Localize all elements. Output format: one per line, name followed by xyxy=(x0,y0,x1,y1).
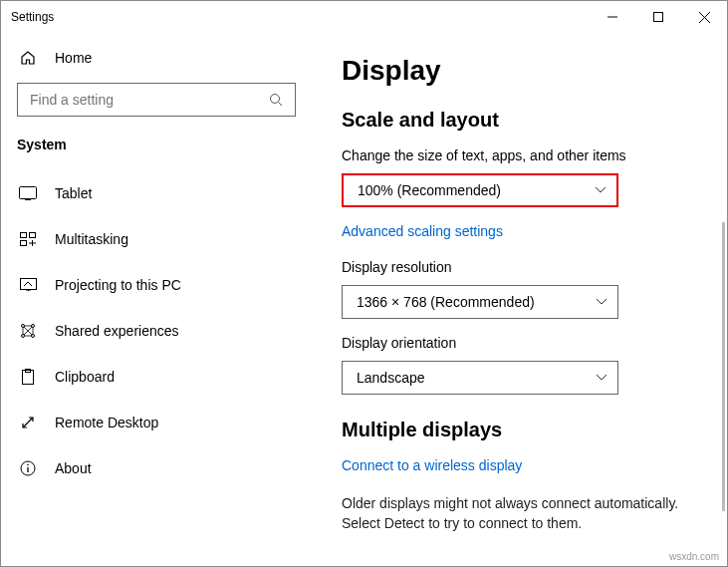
window-title: Settings xyxy=(11,10,54,24)
sidebar-item-clipboard[interactable]: Clipboard xyxy=(1,354,312,400)
sidebar-item-label: Multitasking xyxy=(55,231,128,247)
close-icon xyxy=(699,12,710,23)
sidebar-item-tablet[interactable]: Tablet xyxy=(1,170,312,216)
section-multi-title: Multiple displays xyxy=(342,419,687,441)
clipboard-icon xyxy=(19,368,37,386)
resolution-value: 1366 × 768 (Recommended) xyxy=(357,294,535,310)
svg-point-4 xyxy=(271,95,280,104)
category-label: System xyxy=(1,129,312,170)
projecting-icon xyxy=(19,276,37,294)
chevron-down-icon xyxy=(595,186,607,194)
scale-label: Change the size of text, apps, and other… xyxy=(342,147,687,163)
window-controls xyxy=(590,1,727,33)
orientation-dropdown[interactable]: Landscape xyxy=(342,361,618,395)
maximize-button[interactable] xyxy=(635,1,681,33)
wireless-display-link[interactable]: Connect to a wireless display xyxy=(342,457,687,473)
chevron-down-icon xyxy=(596,298,607,306)
scale-dropdown[interactable]: 100% (Recommended) xyxy=(342,173,618,207)
section-scale-title: Scale and layout xyxy=(342,109,687,132)
sidebar-item-label: About xyxy=(55,460,92,476)
chevron-down-icon xyxy=(596,374,607,382)
home-label: Home xyxy=(55,50,92,66)
sidebar-item-label: Remote Desktop xyxy=(55,415,158,430)
svg-rect-8 xyxy=(21,233,27,238)
about-icon xyxy=(19,459,37,477)
titlebar: Settings xyxy=(1,1,727,33)
tablet-icon xyxy=(19,184,37,202)
sidebar-item-remote[interactable]: Remote Desktop xyxy=(1,400,312,445)
sidebar-item-projecting[interactable]: Projecting to this PC xyxy=(1,262,312,308)
orientation-value: Landscape xyxy=(357,370,425,386)
search-box[interactable] xyxy=(17,83,296,117)
sidebar: Home System Tablet xyxy=(1,33,312,566)
scrollbar[interactable] xyxy=(722,222,725,511)
sidebar-item-about[interactable]: About xyxy=(1,445,312,491)
shared-icon xyxy=(19,322,37,340)
svg-rect-10 xyxy=(21,241,27,246)
sidebar-item-multitasking[interactable]: Multitasking xyxy=(1,216,312,262)
page-title: Display xyxy=(342,55,687,87)
multitasking-icon xyxy=(19,230,37,248)
search-icon xyxy=(267,91,285,109)
home-icon xyxy=(19,49,37,67)
svg-rect-13 xyxy=(20,279,36,290)
home-nav[interactable]: Home xyxy=(1,39,312,77)
scale-value: 100% (Recommended) xyxy=(358,182,501,198)
minimize-icon xyxy=(607,12,617,22)
sidebar-item-label: Projecting to this PC xyxy=(55,277,181,293)
advanced-scaling-link[interactable]: Advanced scaling settings xyxy=(342,223,687,239)
older-displays-text: Older displays might not always connect … xyxy=(342,493,687,534)
maximize-icon xyxy=(653,12,663,22)
resolution-dropdown[interactable]: 1366 × 768 (Recommended) xyxy=(342,285,618,319)
svg-rect-7 xyxy=(25,199,31,200)
sidebar-item-label: Clipboard xyxy=(55,369,115,385)
svg-rect-9 xyxy=(30,233,36,238)
minimize-button[interactable] xyxy=(590,1,635,33)
orientation-label: Display orientation xyxy=(342,335,687,351)
sidebar-item-shared[interactable]: Shared experiences xyxy=(1,308,312,354)
sidebar-item-label: Tablet xyxy=(55,185,92,201)
search-input[interactable] xyxy=(28,91,267,109)
svg-rect-1 xyxy=(654,13,663,22)
nav-list: Tablet Multitasking Projecting to this P… xyxy=(1,170,312,491)
window-body: Home System Tablet xyxy=(1,33,727,566)
svg-line-5 xyxy=(279,103,283,107)
watermark: wsxdn.com xyxy=(669,551,719,562)
sidebar-item-label: Shared experiences xyxy=(55,323,179,339)
main-content: Display Scale and layout Change the size… xyxy=(312,33,727,566)
svg-rect-6 xyxy=(20,187,37,199)
resolution-label: Display resolution xyxy=(342,259,687,275)
close-button[interactable] xyxy=(681,1,727,33)
settings-window: Settings Home xyxy=(0,0,728,567)
svg-point-21 xyxy=(27,464,29,466)
remote-icon xyxy=(19,414,37,431)
